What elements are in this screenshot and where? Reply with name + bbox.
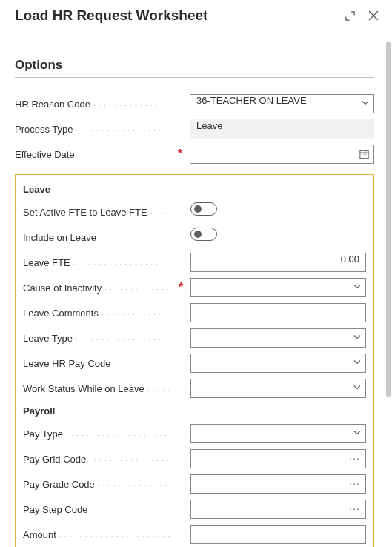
pay-type-value bbox=[190, 424, 366, 443]
cause-select[interactable] bbox=[190, 278, 366, 297]
eff-date-input[interactable] bbox=[190, 145, 374, 164]
pay-type-label: Pay Type bbox=[23, 428, 171, 440]
row-include-leave: Include on Leave bbox=[23, 225, 366, 250]
leave-type-value bbox=[190, 328, 366, 348]
row-eff-date: Effective Date * bbox=[15, 142, 374, 167]
set-active-fte-toggle-wrap bbox=[190, 202, 366, 222]
eff-date-label: Effective Date bbox=[15, 149, 170, 160]
close-icon[interactable] bbox=[367, 9, 380, 22]
eff-date-value bbox=[190, 145, 374, 164]
window-controls bbox=[343, 9, 380, 22]
leave-comments-value bbox=[190, 303, 366, 322]
row-pay-grade: Pay Grade Code ··· bbox=[23, 471, 366, 497]
amount-input[interactable] bbox=[190, 525, 366, 544]
toggle-knob bbox=[194, 205, 202, 213]
vertical-scrollbar[interactable] bbox=[386, 42, 391, 538]
scrollbar-thumb[interactable] bbox=[386, 42, 391, 397]
options-header: Options bbox=[15, 36, 374, 78]
pay-type-select[interactable] bbox=[190, 424, 366, 443]
amount-value bbox=[190, 525, 366, 544]
leave-fte-label: Leave FTE bbox=[23, 257, 171, 268]
leave-hr-pay-select[interactable] bbox=[190, 354, 366, 373]
titlebar: Load HR Request Worksheet bbox=[0, 0, 392, 27]
expand-icon[interactable] bbox=[343, 9, 356, 22]
pay-grade-lookup[interactable]: ··· bbox=[190, 474, 366, 494]
pay-step-value bbox=[190, 500, 366, 519]
row-amount: Amount bbox=[23, 522, 366, 547]
row-leave-hr-pay: Leave HR Pay Code bbox=[23, 351, 366, 376]
pay-step-label: Pay Step Code bbox=[23, 504, 171, 515]
leave-fte-value: 0.00 bbox=[190, 253, 366, 272]
process-type-field: Leave bbox=[190, 119, 374, 139]
set-active-fte-label: Set Active FTE to Leave FTE bbox=[23, 207, 171, 218]
row-pay-step: Pay Step Code ··· bbox=[23, 497, 366, 522]
hr-reason-select[interactable]: 36-TEACHER ON LEAVE bbox=[190, 94, 374, 113]
leave-hr-pay-label: Leave HR Pay Code bbox=[23, 358, 171, 369]
leave-fte-input[interactable]: 0.00 bbox=[190, 253, 366, 272]
leave-type-select[interactable] bbox=[190, 328, 366, 348]
required-indicator: * bbox=[175, 147, 185, 162]
hr-reason-label: HR Reason Code bbox=[15, 99, 170, 110]
pay-grade-value bbox=[190, 474, 366, 494]
row-leave-comments: Leave Comments bbox=[23, 300, 366, 325]
row-set-active-fte: Set Active FTE to Leave FTE bbox=[23, 199, 366, 225]
hr-reason-value: 36-TEACHER ON LEAVE bbox=[190, 94, 374, 113]
pay-step-lookup[interactable]: ··· bbox=[190, 500, 366, 519]
include-leave-toggle-wrap bbox=[190, 228, 366, 247]
row-work-status: Work Status While on Leave bbox=[23, 376, 366, 401]
process-type-value: Leave bbox=[190, 119, 374, 139]
form-body: Options HR Reason Code 36-TEACHER ON LEA… bbox=[0, 36, 386, 547]
dialog-load-hr-request: Load HR Request Worksheet Options HR Rea… bbox=[0, 0, 392, 547]
row-cause: Cause of Inactivity * bbox=[23, 275, 366, 300]
row-pay-grid: Pay Grid Code ··· bbox=[23, 446, 366, 471]
pay-grade-label: Pay Grade Code bbox=[23, 479, 171, 490]
leave-comments-input[interactable] bbox=[190, 303, 366, 322]
pay-grid-lookup[interactable]: ··· bbox=[190, 449, 366, 468]
include-leave-label: Include on Leave bbox=[23, 232, 171, 243]
highlighted-section: Leave Set Active FTE to Leave FTE Includ… bbox=[15, 174, 374, 547]
leave-header: Leave bbox=[23, 184, 366, 195]
row-leave-type: Leave Type bbox=[23, 325, 366, 351]
cause-value bbox=[190, 278, 366, 297]
work-status-label: Work Status While on Leave bbox=[23, 383, 171, 394]
row-process-type: Process Type Leave bbox=[15, 116, 374, 142]
pay-grid-value bbox=[190, 449, 366, 468]
cause-label: Cause of Inactivity bbox=[23, 282, 171, 294]
set-active-fte-toggle[interactable] bbox=[190, 202, 217, 216]
process-type-label: Process Type bbox=[15, 124, 170, 135]
toggle-knob bbox=[194, 231, 202, 238]
work-status-value bbox=[190, 379, 366, 398]
amount-label: Amount bbox=[23, 529, 171, 540]
dialog-title: Load HR Request Worksheet bbox=[15, 7, 343, 24]
pay-grid-label: Pay Grid Code bbox=[23, 454, 171, 465]
row-pay-type: Pay Type bbox=[23, 421, 366, 446]
row-hr-reason: HR Reason Code 36-TEACHER ON LEAVE bbox=[15, 91, 374, 116]
row-leave-fte: Leave FTE 0.00 bbox=[23, 250, 366, 275]
leave-hr-pay-value bbox=[190, 354, 366, 373]
leave-comments-label: Leave Comments bbox=[23, 308, 171, 319]
required-indicator: * bbox=[176, 280, 186, 295]
include-leave-toggle[interactable] bbox=[190, 228, 217, 241]
leave-type-label: Leave Type bbox=[23, 333, 171, 344]
work-status-select[interactable] bbox=[190, 379, 366, 398]
payroll-header: Payroll bbox=[23, 405, 366, 417]
